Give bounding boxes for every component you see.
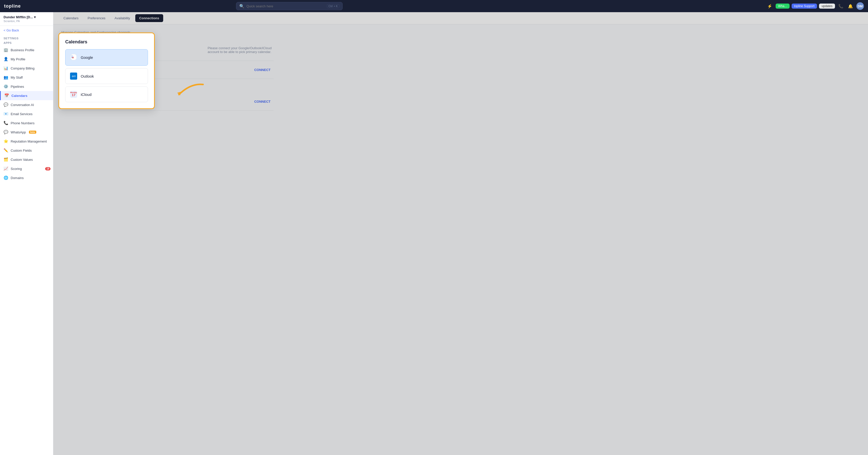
search-input[interactable] xyxy=(246,4,325,8)
go-back-button[interactable]: < Go Back xyxy=(0,26,53,35)
outlook-calendar-option[interactable]: O Outlook xyxy=(65,68,148,84)
phone-icon[interactable]: 📞 xyxy=(837,2,845,10)
sidebar-item-phone-numbers[interactable]: 📞 Phone Numbers xyxy=(0,119,53,128)
settings-section-label: Settings xyxy=(0,35,53,41)
modal-overlay[interactable] xyxy=(53,12,868,455)
phone-numbers-icon: 📞 xyxy=(4,121,8,125)
yellow-arrow xyxy=(175,80,206,101)
sidebar-item-business-profile[interactable]: 🏢 Business Profile xyxy=(0,45,53,55)
whatsapp-icon: 💬 xyxy=(4,130,8,134)
my-staff-icon: 👥 xyxy=(4,75,8,79)
bell-icon[interactable]: 🔔 xyxy=(847,2,854,10)
avatar[interactable]: DM xyxy=(856,2,864,10)
whatsapp-badge[interactable]: Wha... xyxy=(776,4,789,9)
google-calendar-option[interactable]: M Google xyxy=(65,49,148,66)
sidebar-item-conversation-ai[interactable]: 💬 Conversation AI xyxy=(0,100,53,109)
svg-text:M: M xyxy=(72,56,74,59)
updates-badge[interactable]: updates xyxy=(819,4,835,9)
sidebar-item-custom-fields[interactable]: ✏️ Custom Fields xyxy=(0,146,53,155)
topnav-right: ⚡ Wha... topline Support updates 📞 🔔 DM xyxy=(766,2,864,10)
search-bar[interactable]: 🔍 Ctrl + K xyxy=(236,2,343,10)
sidebar-item-custom-values[interactable]: 🗂️ Custom Values xyxy=(0,155,53,164)
google-calendar-icon: M xyxy=(70,54,77,61)
scoring-icon: 📈 xyxy=(4,166,8,171)
custom-values-icon: 🗂️ xyxy=(4,157,8,162)
main-layout: Dunder Mifflin [D... ▾ Scranton, PA < Go… xyxy=(0,12,868,455)
email-services-icon: 📧 xyxy=(4,111,8,116)
icloud-calendar-option[interactable]: Monday 17 iCloud xyxy=(65,87,148,102)
svg-rect-6 xyxy=(74,75,76,77)
conversation-ai-icon: 💬 xyxy=(4,102,8,107)
sidebar-item-pipelines[interactable]: ⚙️ Pipelines xyxy=(0,82,53,91)
outlook-calendar-label: Outlook xyxy=(81,74,94,78)
sidebar-item-calendars[interactable]: 📅 Calendars xyxy=(0,91,53,100)
business-profile-icon: 🏢 xyxy=(4,48,8,52)
sidebar-item-domains[interactable]: 🌐 Domains xyxy=(0,173,53,182)
support-badge[interactable]: topline Support xyxy=(792,4,817,9)
calendars-popup-title: Calendars xyxy=(65,39,148,45)
outlook-calendar-icon: O xyxy=(70,72,77,79)
sidebar-item-company-billing[interactable]: 📊 Company Billing xyxy=(0,64,53,73)
chevron-down-icon: ▾ xyxy=(34,15,36,19)
workspace-info: Dunder Mifflin [D... ▾ Scranton, PA xyxy=(0,12,53,26)
sidebar-item-my-profile[interactable]: 👤 My Profile xyxy=(0,55,53,64)
search-icon: 🔍 xyxy=(239,4,244,9)
svg-text:O: O xyxy=(72,75,73,77)
google-calendar-label: Google xyxy=(81,55,93,60)
beta-badge: beta xyxy=(29,131,36,134)
reputation-icon: ⭐ xyxy=(4,139,8,143)
workspace-name[interactable]: Dunder Mifflin [D... ▾ xyxy=(4,15,50,19)
sidebar-item-whatsapp[interactable]: 💬 WhatsApp beta xyxy=(0,128,53,137)
calendars-popup: Calendars M Google O xyxy=(58,32,155,109)
app-logo: topline xyxy=(4,4,21,9)
sidebar-item-scoring[interactable]: 📈 Scoring 19 xyxy=(0,164,53,173)
company-billing-icon: 📊 xyxy=(4,66,8,70)
workspace-location: Scranton, PA xyxy=(4,20,50,23)
scoring-notification-badge: 19 xyxy=(45,167,51,170)
sidebar-item-reputation-management[interactable]: ⭐ Reputation Management xyxy=(0,137,53,146)
icloud-calendar-icon: Monday 17 xyxy=(70,91,77,98)
icloud-calendar-label: iCloud xyxy=(81,92,92,97)
sidebar: Dunder Mifflin [D... ▾ Scranton, PA < Go… xyxy=(0,12,53,455)
custom-fields-icon: ✏️ xyxy=(4,148,8,153)
domains-icon: 🌐 xyxy=(4,175,8,180)
sidebar-item-my-staff[interactable]: 👥 My Staff xyxy=(0,73,53,82)
lightning-icon[interactable]: ⚡ xyxy=(766,2,774,10)
my-profile-icon: 👤 xyxy=(4,57,8,61)
search-shortcut: Ctrl + K xyxy=(327,4,339,8)
content-area: Calendars Preferences Availability Conne… xyxy=(53,12,868,455)
topnav: topline 🔍 Ctrl + K ⚡ Wha... topline Supp… xyxy=(0,0,868,12)
apps-section-label: Apps xyxy=(0,41,53,45)
pipelines-icon: ⚙️ xyxy=(4,84,8,89)
calendars-icon: 📅 xyxy=(4,93,9,98)
sidebar-item-email-services[interactable]: 📧 Email Services xyxy=(0,109,53,119)
